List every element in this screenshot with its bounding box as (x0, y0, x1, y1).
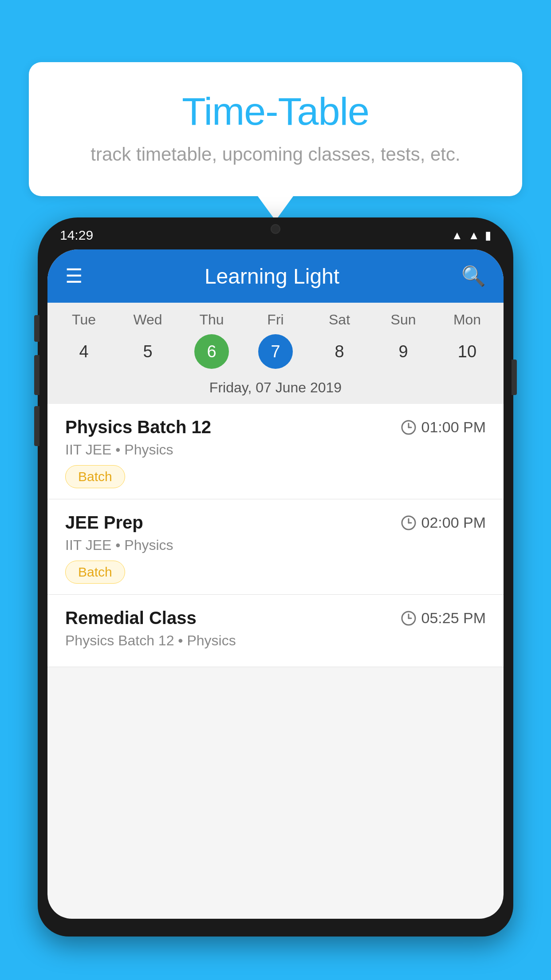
phone-screen: ☰ Learning Light 🔍 Tue4Wed5Thu6Fri7Sat8S… (47, 249, 504, 919)
calendar-day-num: 9 (386, 334, 421, 369)
schedule-item-title: Physics Batch 12 (65, 417, 211, 437)
calendar-day-num: 4 (67, 334, 101, 369)
calendar-day-name: Thu (199, 312, 224, 328)
batch-tag: Batch (65, 465, 125, 488)
clock-icon (401, 515, 417, 531)
calendar-day-name: Sat (329, 312, 350, 328)
calendar-day-cell[interactable]: Tue4 (55, 312, 113, 372)
phone-volume-down-button (34, 406, 39, 446)
schedule-item[interactable]: Physics Batch 1201:00 PMIIT JEE • Physic… (47, 404, 504, 499)
status-time: 14:29 (60, 228, 93, 243)
menu-icon[interactable]: ☰ (65, 266, 83, 286)
calendar-day-cell[interactable]: Thu6 (183, 312, 240, 372)
schedule-item[interactable]: JEE Prep02:00 PMIIT JEE • PhysicsBatch (47, 499, 504, 595)
schedule-item-subtitle: IIT JEE • Physics (65, 442, 486, 458)
schedule-item-title: JEE Prep (65, 513, 143, 533)
calendar-day-name: Mon (453, 312, 481, 328)
calendar-day-name: Tue (72, 312, 96, 328)
signal-icon: ▲ (468, 229, 480, 242)
calendar-day-name: Wed (133, 312, 162, 328)
calendar-day-cell[interactable]: Fri7 (247, 312, 304, 372)
calendar-day-num: 7 (258, 334, 293, 369)
phone-outer: 14:29 ▲ ▲ ▮ ☰ Learning Light 🔍 Tue4Wed5T… (38, 217, 513, 937)
time-text: 01:00 PM (421, 419, 486, 436)
schedule-item-time: 02:00 PM (401, 514, 486, 531)
speech-bubble-container: Time-Table track timetable, upcoming cla… (29, 62, 522, 221)
schedule-item-header: Remedial Class05:25 PM (65, 608, 486, 628)
clock-icon (401, 610, 417, 626)
speech-bubble: Time-Table track timetable, upcoming cla… (29, 62, 522, 196)
schedule-item-header: JEE Prep02:00 PM (65, 513, 486, 533)
schedule-item[interactable]: Remedial Class05:25 PMPhysics Batch 12 •… (47, 595, 504, 667)
schedule-item-subtitle: Physics Batch 12 • Physics (65, 632, 486, 649)
schedule-item-subtitle: IIT JEE • Physics (65, 537, 486, 553)
clock-icon (401, 419, 417, 435)
calendar-day-cell[interactable]: Sun9 (374, 312, 432, 372)
schedule-item-time: 05:25 PM (401, 609, 486, 627)
wifi-icon: ▲ (452, 229, 463, 242)
calendar-day-num: 6 (194, 334, 229, 369)
phone-camera (271, 224, 280, 234)
schedule-item-header: Physics Batch 1201:00 PM (65, 417, 486, 437)
status-icons: ▲ ▲ ▮ (452, 229, 491, 242)
search-icon[interactable]: 🔍 (461, 265, 486, 288)
speech-bubble-title: Time-Table (64, 89, 487, 134)
calendar-day-cell[interactable]: Mon10 (438, 312, 496, 372)
time-text: 05:25 PM (421, 609, 486, 627)
calendar-day-name: Sun (391, 312, 416, 328)
batch-tag: Batch (65, 561, 125, 584)
schedule-item-time: 01:00 PM (401, 419, 486, 436)
app-title: Learning Light (205, 264, 339, 288)
phone-mute-button (34, 315, 39, 342)
selected-date-label: Friday, 07 June 2019 (47, 372, 504, 404)
app-bar: ☰ Learning Light 🔍 (47, 249, 504, 303)
phone-power-button (512, 360, 517, 395)
schedule-list: Physics Batch 1201:00 PMIIT JEE • Physic… (47, 404, 504, 667)
time-text: 02:00 PM (421, 514, 486, 531)
battery-icon: ▮ (485, 229, 491, 242)
schedule-item-title: Remedial Class (65, 608, 197, 628)
speech-bubble-pointer (258, 196, 293, 221)
phone-notch (249, 217, 302, 241)
calendar-day-cell[interactable]: Wed5 (119, 312, 177, 372)
calendar-strip: Tue4Wed5Thu6Fri7Sat8Sun9Mon10 Friday, 07… (47, 303, 504, 404)
calendar-day-cell[interactable]: Sat8 (311, 312, 368, 372)
calendar-day-num: 8 (322, 334, 357, 369)
calendar-day-name: Fri (267, 312, 283, 328)
phone-volume-up-button (34, 355, 39, 395)
calendar-days-row: Tue4Wed5Thu6Fri7Sat8Sun9Mon10 (47, 312, 504, 372)
calendar-day-num: 10 (450, 334, 484, 369)
phone-container: 14:29 ▲ ▲ ▮ ☰ Learning Light 🔍 Tue4Wed5T… (38, 217, 513, 980)
speech-bubble-subtitle: track timetable, upcoming classes, tests… (64, 144, 487, 165)
calendar-day-num: 5 (130, 334, 165, 369)
